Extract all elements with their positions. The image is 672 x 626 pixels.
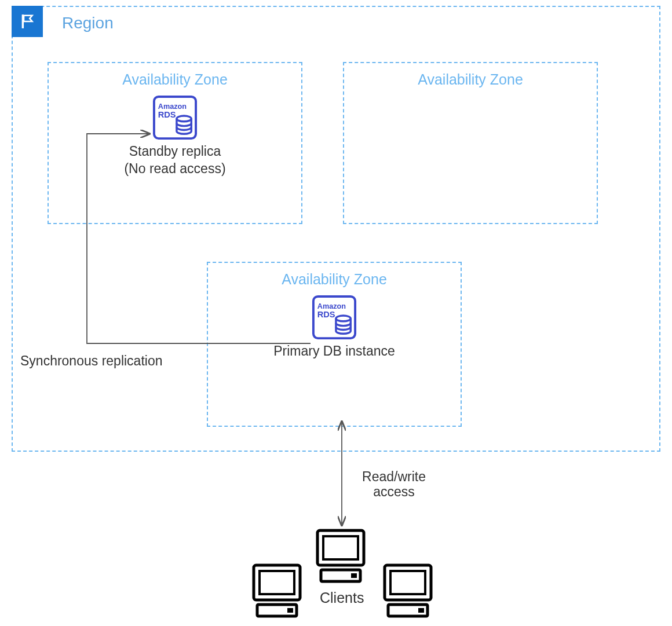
standby-label-line1: Standby replica [49, 144, 301, 160]
client-computer-icon [380, 562, 436, 620]
region-title: Region [62, 14, 114, 32]
replication-label: Synchronous replication [20, 353, 162, 369]
amazon-rds-icon: Amazon RDS [152, 95, 198, 140]
standby-label-line2: (No read access) [49, 161, 301, 177]
client-computer-icon [249, 562, 305, 620]
svg-rect-19 [390, 571, 425, 594]
access-label: Read/write access [353, 469, 434, 500]
access-line2: access [373, 484, 415, 499]
svg-text:RDS: RDS [317, 310, 335, 319]
clients-group: Clients [249, 527, 458, 625]
client-computer-icon [313, 527, 368, 585]
availability-zone-3: Availability Zone Amazon RDS Primary DB … [207, 262, 462, 427]
region-flag-icon [12, 6, 43, 37]
az3-title: Availability Zone [208, 271, 461, 288]
region-container: Region Availability Zone Amazon RDS Stan… [12, 6, 660, 452]
svg-rect-21 [418, 608, 424, 613]
availability-zone-1: Availability Zone Amazon RDS Standby rep… [48, 62, 302, 224]
access-line1: Read/write [362, 469, 426, 484]
primary-label: Primary DB instance [208, 343, 461, 360]
svg-rect-11 [323, 536, 358, 559]
svg-rect-15 [260, 571, 294, 594]
svg-point-8 [336, 316, 350, 321]
availability-zone-2: Availability Zone [343, 62, 598, 224]
az1-title: Availability Zone [49, 71, 301, 88]
svg-point-4 [177, 116, 191, 122]
svg-rect-13 [351, 573, 357, 578]
az2-title: Availability Zone [344, 71, 597, 88]
amazon-rds-icon: Amazon RDS [312, 295, 357, 340]
svg-rect-17 [287, 608, 293, 613]
clients-label: Clients [320, 590, 364, 606]
svg-text:RDS: RDS [158, 110, 176, 119]
